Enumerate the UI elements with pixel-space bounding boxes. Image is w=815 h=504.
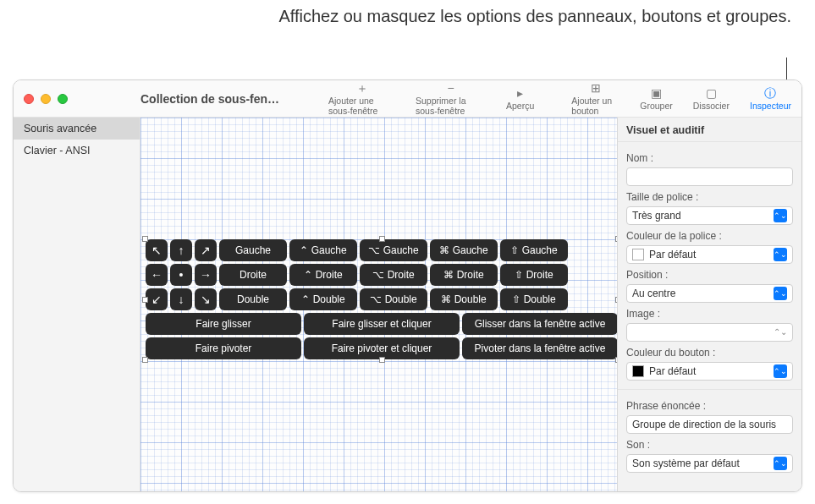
window-body: Souris avancée Clavier - ANSI ↖ ↑ ↗ Gauc… [14, 118, 801, 491]
drag-active-window-button[interactable]: Glisser dans la fenêtre active [462, 313, 617, 335]
phrase-label: Phrase énoncée : [626, 400, 793, 412]
click-right-button[interactable]: Droite [219, 264, 287, 286]
ctrl-left-button[interactable]: ⌃ Gauche [289, 239, 357, 261]
panel-row-2: ← • → Droite ⌃ Droite ⌥ Droite ⌘ Droite … [146, 264, 617, 286]
panel-row-3: ↙ ↓ ↘ Double ⌃ Double ⌥ Double ⌘ Double … [146, 288, 617, 310]
rotate-button[interactable]: Faire pivoter [146, 337, 301, 359]
shift-double-button[interactable]: ⇧ Double [500, 288, 568, 310]
window-title: Collection de sous-fen… [140, 92, 318, 106]
selection-handle-e[interactable] [615, 297, 617, 303]
position-select[interactable]: Au centre ⌃⌄ [626, 284, 793, 303]
font-size-value: Très grand [632, 210, 681, 222]
inspector-label: Inspecteur [750, 101, 791, 111]
ctrl-double-button[interactable]: ⌃ Double [289, 288, 357, 310]
close-icon[interactable] [24, 94, 34, 104]
arrow-se-button[interactable]: ↘ [195, 288, 217, 310]
chevron-updown-icon: ⌃⌄ [774, 209, 787, 222]
selection-handle-s[interactable] [379, 357, 385, 363]
font-color-select[interactable]: Par défaut ⌃⌄ [626, 245, 793, 264]
group-icon: ▣ [651, 86, 662, 100]
font-size-label: Taille de police : [626, 191, 793, 203]
font-color-label: Couleur de la police : [626, 230, 793, 242]
ungroup-label: Dissocier [693, 101, 730, 111]
rotate-active-window-button[interactable]: Pivoter dans la fenêtre active [462, 337, 617, 359]
add-panel-button[interactable]: ＋ Ajouter une sous-fenêtre [318, 80, 405, 117]
toolbar-items: ＋ Ajouter une sous-fenêtre − Supprimer l… [318, 80, 801, 117]
arrow-nw-button[interactable]: ↖ [146, 239, 168, 261]
arrow-n-button[interactable]: ↑ [170, 239, 192, 261]
click-left-button[interactable]: Gauche [219, 239, 287, 261]
panel-row-4: Faire glisser Faire glisser et cliquer G… [146, 313, 617, 335]
ctrl-right-button[interactable]: ⌃ Droite [289, 264, 357, 286]
selection-handle-w[interactable] [142, 297, 148, 303]
shift-right-button[interactable]: ⇧ Droite [500, 264, 568, 286]
inspector-button[interactable]: ⓘ Inspecteur [740, 80, 801, 117]
phrase-field[interactable]: Groupe de direction de la souris [626, 415, 793, 434]
delete-panel-button[interactable]: − Supprimer la sous-fenêtre [405, 80, 496, 117]
sidebar-item-keyboard[interactable]: Clavier - ANSI [14, 140, 140, 162]
editor-window: Collection de sous-fen… ＋ Ajouter une so… [13, 79, 802, 492]
sound-value: Son système par défaut [632, 457, 740, 469]
add-square-icon: ⊞ [591, 81, 601, 95]
chevron-updown-icon: ⌃⌄ [774, 248, 787, 261]
chevron-updown-icon: ⌃⌄ [774, 457, 787, 470]
name-label: Nom : [626, 152, 793, 164]
font-color-value: Par défaut [649, 249, 696, 260]
group-button[interactable]: ▣ Grouper [630, 80, 683, 117]
sound-label: Son : [626, 439, 793, 451]
add-button-button[interactable]: ⊞ Ajouter un bouton [561, 80, 630, 117]
font-color-swatch [632, 249, 644, 260]
cmd-left-button[interactable]: ⌘ Gauche [430, 239, 498, 261]
ungroup-button[interactable]: ▢ Dissocier [683, 80, 740, 117]
add-button-label: Ajouter un bouton [571, 96, 620, 116]
sidebar-item-mouse[interactable]: Souris avancée [14, 118, 140, 140]
chevron-updown-icon: ⌃⌄ [774, 364, 787, 378]
font-size-select[interactable]: Très grand ⌃⌄ [626, 206, 793, 225]
opt-right-button[interactable]: ⌥ Droite [360, 264, 427, 286]
plus-icon: ＋ [356, 81, 368, 95]
image-select[interactable]: ⌃⌄ [626, 323, 793, 342]
button-color-select[interactable]: Par défaut ⌃⌄ [626, 362, 793, 381]
zoom-icon[interactable] [58, 94, 68, 104]
arrow-e-button[interactable]: → [195, 264, 217, 286]
arrow-s-button[interactable]: ↓ [170, 288, 192, 310]
cmd-right-button[interactable]: ⌘ Droite [430, 264, 498, 286]
callout-text: Affichez ou masquez les options des pann… [278, 5, 791, 28]
minimize-icon[interactable] [41, 94, 51, 104]
cmd-double-button[interactable]: ⌘ Double [430, 288, 498, 310]
delete-panel-label: Supprimer la sous-fenêtre [416, 96, 486, 116]
selection-handle-n[interactable] [379, 236, 385, 242]
button-panel-selection[interactable]: ↖ ↑ ↗ Gauche ⌃ Gauche ⌥ Gauche ⌘ Gauche … [146, 239, 617, 359]
selection-handle-ne[interactable] [615, 236, 617, 242]
group-label: Grouper [640, 101, 673, 111]
shift-left-button[interactable]: ⇧ Gauche [500, 239, 568, 261]
info-icon: ⓘ [764, 86, 776, 100]
arrow-sw-button[interactable]: ↙ [146, 288, 168, 310]
button-color-label: Couleur du bouton : [626, 347, 793, 359]
selection-handle-sw[interactable] [142, 357, 148, 363]
click-double-button[interactable]: Double [219, 288, 287, 310]
arrow-center-button[interactable]: • [170, 264, 192, 286]
arrow-w-button[interactable]: ← [146, 264, 168, 286]
sound-select[interactable]: Son système par défaut ⌃⌄ [626, 454, 793, 473]
drag-button[interactable]: Faire glisser [146, 313, 301, 335]
minus-icon: − [447, 81, 454, 95]
arrow-ne-button[interactable]: ↗ [195, 239, 217, 261]
chevron-updown-icon: ⌃⌄ [774, 326, 787, 339]
chevron-updown-icon: ⌃⌄ [774, 287, 787, 300]
preview-button[interactable]: ▸ Aperçu [496, 80, 544, 117]
selection-handle-nw[interactable] [142, 236, 148, 242]
window-controls [14, 94, 140, 104]
ungroup-icon: ▢ [706, 86, 717, 100]
image-label: Image : [626, 308, 793, 320]
panel-row-1: ↖ ↑ ↗ Gauche ⌃ Gauche ⌥ Gauche ⌘ Gauche … [146, 239, 617, 261]
opt-left-button[interactable]: ⌥ Gauche [360, 239, 427, 261]
add-panel-label: Ajouter une sous-fenêtre [328, 96, 395, 116]
selection-handle-se[interactable] [615, 357, 617, 363]
drag-click-button[interactable]: Faire glisser et cliquer [304, 313, 460, 335]
position-value: Au centre [632, 288, 675, 299]
inspector-panel: Visuel et auditif Nom : Taille de police… [617, 118, 801, 491]
editor-canvas[interactable]: ↖ ↑ ↗ Gauche ⌃ Gauche ⌥ Gauche ⌘ Gauche … [140, 118, 617, 491]
name-field[interactable] [626, 167, 793, 186]
opt-double-button[interactable]: ⌥ Double [360, 288, 427, 310]
